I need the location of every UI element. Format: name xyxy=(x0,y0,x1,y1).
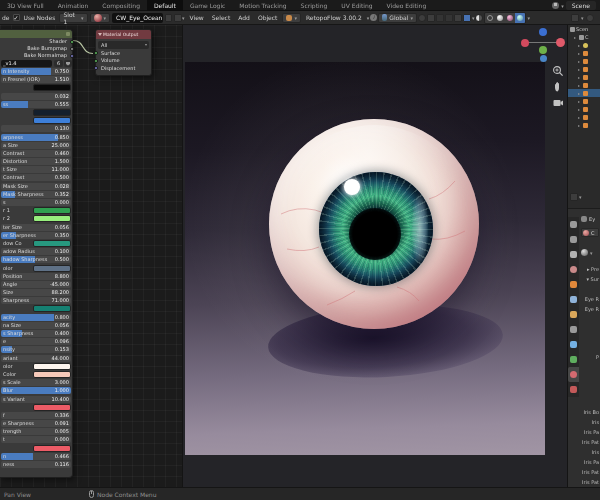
filter-icon[interactable] xyxy=(571,14,579,22)
expand-arrow-icon[interactable]: ▸ xyxy=(578,115,582,120)
properties-tab-physics[interactable] xyxy=(568,307,579,322)
slider-input[interactable]: hadow Sharpness0.500 xyxy=(1,256,71,263)
material-icon-dropdown[interactable]: ▾ xyxy=(90,13,111,23)
outliner-row-lamp[interactable]: ▸ xyxy=(568,41,600,49)
expand-arrow-icon[interactable]: ▸ xyxy=(578,51,582,56)
use-nodes-checkbox[interactable]: ✓ xyxy=(13,14,20,21)
number-input[interactable]: trength0.005 xyxy=(1,428,71,435)
outliner-row-mesh[interactable]: ▸ xyxy=(568,81,600,89)
number-input[interactable]: s Scale3.000 xyxy=(1,379,71,386)
gizmo-x-neg-dot[interactable] xyxy=(521,39,529,47)
unlink-button[interactable] xyxy=(165,14,173,22)
overlay-toggle-icon[interactable] xyxy=(463,14,471,22)
outliner-row-mesh[interactable]: ▸ xyxy=(568,97,600,105)
orientation-dropdown[interactable]: Global ▾ xyxy=(378,13,417,23)
slider-input[interactable]: er Sharpness0.350 xyxy=(1,232,71,239)
outliner-row-mesh[interactable]: ▸ xyxy=(568,105,600,113)
color-swatch[interactable] xyxy=(33,363,72,370)
node-menu[interactable]: de xyxy=(1,14,11,21)
expand-arrow-icon[interactable]: ▸ xyxy=(578,59,582,64)
input-socket[interactable] xyxy=(94,66,98,70)
expand-arrow-icon[interactable]: ▸ xyxy=(578,99,582,104)
shading-solid-button[interactable] xyxy=(495,13,505,23)
workspace-tab-compositing[interactable]: Compositing xyxy=(95,0,147,11)
input-socket[interactable] xyxy=(94,51,98,55)
number-input[interactable]: Contrast0.500 xyxy=(1,174,71,181)
outliner-row-mesh[interactable]: ▸ xyxy=(568,65,600,73)
workspace-tab-scripting[interactable]: Scripting xyxy=(294,0,335,11)
number-input[interactable]: Distortion1.500 xyxy=(1,158,71,165)
properties-tab-render-layers[interactable] xyxy=(568,232,579,247)
workspace-tab-video-editing[interactable]: Video Editing xyxy=(380,0,434,11)
snap-target-icon[interactable] xyxy=(418,14,426,22)
shader-node-editor[interactable]: ShaderBake BumpmapBake Normalmap _v1.4 6… xyxy=(0,25,182,487)
properties-tab-texture[interactable] xyxy=(568,382,579,397)
zoom-tool-icon[interactable] xyxy=(552,65,564,77)
number-input[interactable]: f0.336 xyxy=(1,412,71,419)
expand-arrow-icon[interactable]: ▸ xyxy=(578,43,582,48)
gizmo-z-dot[interactable] xyxy=(539,28,547,36)
properties-tab-data[interactable] xyxy=(568,337,579,352)
slider-input[interactable]: ss0.555 xyxy=(1,101,71,108)
retopoflow-menu[interactable]: RetopoFlow 3.00.2 xyxy=(302,14,366,21)
color-swatch[interactable] xyxy=(33,265,72,272)
material-name-field[interactable]: CW_Eye_Ocean xyxy=(112,13,163,23)
number-input[interactable]: Contrast0.460 xyxy=(1,150,71,157)
outliner-row-mesh[interactable]: ▸ xyxy=(568,73,600,81)
color-swatch[interactable] xyxy=(33,84,72,91)
editor-collapse-icon[interactable]: ▾ xyxy=(182,15,185,21)
nodegroup-name-field[interactable]: _v1.4 xyxy=(1,60,52,67)
info-icon[interactable]: i xyxy=(370,14,377,21)
number-input[interactable]: ariant44.000 xyxy=(1,355,71,362)
number-input[interactable]: adow Radius0.100 xyxy=(1,248,71,255)
viewport-3d[interactable] xyxy=(182,25,568,487)
number-input[interactable]: t0.000 xyxy=(1,436,71,443)
number-input[interactable]: s0.000 xyxy=(1,199,71,206)
workspace-tab-motion-tracking[interactable]: Motion Tracking xyxy=(232,0,293,11)
color-swatch[interactable] xyxy=(33,240,72,247)
material-output-node[interactable]: Material Output All ▾ SurfaceVolumeDispl… xyxy=(95,29,152,76)
menu-add[interactable]: Add xyxy=(234,14,254,21)
shading-material-button[interactable] xyxy=(505,13,515,23)
magnet-icon[interactable] xyxy=(427,14,435,22)
number-input[interactable]: ness0.116 xyxy=(1,461,71,468)
slider-input[interactable]: Blur1.000 xyxy=(1,387,71,394)
expand-arrow-icon[interactable]: ▸ xyxy=(578,107,582,112)
slider-input[interactable]: Mask Sharpness0.352 xyxy=(1,191,71,198)
number-input[interactable]: Sharpness71.000 xyxy=(1,297,71,304)
users-count-button[interactable]: 6 xyxy=(54,60,63,67)
color-swatch[interactable] xyxy=(33,207,72,214)
workspace-tab-3d-view-full[interactable]: 3D View Full xyxy=(0,0,51,11)
workspace-tab-animation[interactable]: Animation xyxy=(51,0,96,11)
group-node-header[interactable] xyxy=(0,30,72,38)
target-dropdown[interactable]: All ▾ xyxy=(98,41,149,49)
outliner-display-icon[interactable] xyxy=(570,193,578,201)
gizmo-z-neg-dot[interactable] xyxy=(540,55,547,62)
slider-input[interactable]: s Sharpness0.400 xyxy=(1,330,71,337)
gizmo-x-dot[interactable] xyxy=(556,38,565,47)
number-input[interactable]: e0.096 xyxy=(1,338,71,345)
properties-editor[interactable]: Ey C ▾ ▸ Pre▾ SurEye REye RPIris BoIrisI… xyxy=(568,208,600,487)
outliner[interactable]: Scen▸C▸▸▸▸▸▸▸▸▸▸▸ ▾ xyxy=(568,25,600,208)
color-swatch[interactable] xyxy=(33,215,72,222)
slider-input[interactable]: acity0.800 xyxy=(1,314,71,321)
display-mode-icon[interactable] xyxy=(586,14,594,22)
outliner-row-collection[interactable]: ▸C xyxy=(568,33,600,41)
material-datablock-row[interactable]: ▾ xyxy=(581,249,593,256)
number-input[interactable]: na Size0.056 xyxy=(1,322,71,329)
number-input[interactable]: Position8.800 xyxy=(1,273,71,280)
expand-arrow-icon[interactable]: ▸ xyxy=(578,67,582,72)
mode-dropdown[interactable]: ▾ xyxy=(282,13,301,23)
outliner-row-mesh[interactable]: ▸ xyxy=(568,57,600,65)
outliner-row-mesh[interactable]: ▸ xyxy=(568,113,600,121)
slider-input[interactable]: n Intensity0.750 xyxy=(1,68,71,75)
falloff-icon[interactable] xyxy=(445,14,453,22)
output-socket[interactable] xyxy=(70,47,74,51)
slot-dropdown[interactable]: Slot 1 ▾ xyxy=(59,13,87,23)
properties-tab-render[interactable] xyxy=(568,217,579,232)
shading-rendered-button[interactable] xyxy=(515,13,525,23)
expand-arrow-icon[interactable]: ▸ xyxy=(574,35,578,40)
number-input[interactable]: 0.032 xyxy=(1,93,71,100)
number-input[interactable]: n Fresnel (IOR)1.510 xyxy=(1,76,71,83)
workspace-tab-uv-editing[interactable]: UV Editing xyxy=(334,0,379,11)
